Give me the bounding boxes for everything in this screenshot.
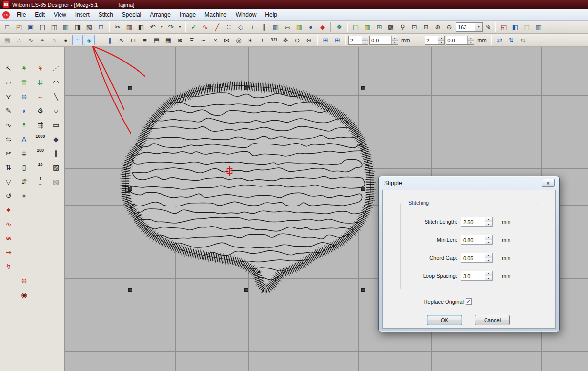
trapunto-icon[interactable]: ⊜ xyxy=(292,35,303,45)
print-icon[interactable]: ▤ xyxy=(37,21,48,32)
menu-view[interactable]: View xyxy=(49,10,71,20)
knife-tool[interactable]: ∿ xyxy=(2,118,15,131)
selection-handle[interactable] xyxy=(245,289,248,292)
zoom-out-icon[interactable]: ⊖ xyxy=(444,21,455,32)
loop-spacing-value[interactable]: 3.0 xyxy=(461,271,485,280)
grid-snap-icon[interactable]: ⊞ xyxy=(332,35,343,45)
stitch-length-input[interactable]: 2.50▲▼ xyxy=(461,217,493,227)
show-raster-icon[interactable]: ▦ xyxy=(2,35,13,45)
options-icon[interactable]: ⊡ xyxy=(96,21,106,32)
loop-spacing-input[interactable]: 3.0▲▼ xyxy=(461,271,493,281)
process-fill-icon[interactable]: ▥ xyxy=(362,21,373,32)
cross-stitch-icon[interactable]: × xyxy=(210,35,221,45)
line-stitch-icon[interactable]: ╱ xyxy=(212,21,223,32)
menu-machine[interactable]: Machine xyxy=(200,10,231,20)
monogram-tool[interactable]: ≑ xyxy=(18,146,31,160)
stipple-run-icon[interactable]: ≈ xyxy=(72,35,83,45)
redo-dropdown[interactable]: ▾ xyxy=(177,21,182,32)
reshape-tool[interactable]: ⋎ xyxy=(2,90,15,103)
outline-view-icon[interactable]: ◌ xyxy=(49,35,60,45)
center-mark-tool[interactable]: ◉ xyxy=(18,288,31,301)
grid-major-spin[interactable]: 2▲▼ xyxy=(348,36,368,45)
grid-major-spin-arrows[interactable]: ▲▼ xyxy=(362,36,368,44)
motif-run-tool[interactable]: ⇝ xyxy=(2,246,15,259)
grid-minor-spin[interactable]: 2▲▼ xyxy=(425,36,445,45)
grid-minor-spin-value[interactable]: 2 xyxy=(425,36,438,44)
flower-fill-tool[interactable]: ⚘ xyxy=(18,62,31,75)
zigzag-run-tool[interactable]: ↯ xyxy=(2,260,15,273)
design-properties-icon[interactable]: ▧ xyxy=(84,21,95,32)
window-titlebar[interactable]: ES Wilcom ES-65 Designer - [Mozg-5:1 Taj… xyxy=(0,0,588,9)
scissors-tool[interactable]: ✂ xyxy=(2,146,15,160)
undo-icon[interactable]: ↶ xyxy=(147,21,158,32)
thread-chart-icon[interactable]: ● xyxy=(305,21,316,32)
grid-show-icon[interactable]: ⊞ xyxy=(320,35,331,45)
menu-file[interactable]: File xyxy=(12,10,30,20)
replace-original-checkbox[interactable]: ✓ xyxy=(466,298,472,305)
chord-gap-input[interactable]: 0.05▲▼ xyxy=(461,253,493,263)
column-stitch-icon[interactable]: ∥ xyxy=(259,21,269,32)
zoom-box-icon[interactable]: ⚲ xyxy=(397,21,408,32)
backgrounds-icon[interactable]: ◧ xyxy=(510,21,521,32)
run-stitch-tool[interactable]: ∿ xyxy=(2,217,15,230)
stitch-length-spinner[interactable]: ▲▼ xyxy=(485,217,492,226)
zoom-1to1-icon[interactable]: ⊡ xyxy=(409,21,420,32)
buttonhole-tool[interactable]: ▯ xyxy=(18,161,31,174)
docker-2-icon[interactable]: ▥ xyxy=(533,21,544,32)
grid-x-spin[interactable]: 0.0▲▼ xyxy=(369,36,398,45)
min-len-value[interactable]: 0.80 xyxy=(461,235,485,244)
stitch-player-icon[interactable]: ❖ xyxy=(334,21,345,32)
menu-window[interactable]: Window xyxy=(231,10,261,20)
branch-tool[interactable]: ⇈ xyxy=(18,76,31,89)
min-len-input[interactable]: 0.80▲▼ xyxy=(461,235,493,245)
zoom-level-combo[interactable]: 163▾ xyxy=(456,22,483,32)
selection-handle[interactable] xyxy=(362,289,365,292)
hoop-icon[interactable]: ▩ xyxy=(385,21,396,32)
process-outline-icon[interactable]: ▤ xyxy=(350,21,361,32)
ellipse-tool[interactable]: ○ xyxy=(49,104,62,117)
satin-icon[interactable]: ∥ xyxy=(104,35,115,45)
redo-icon[interactable]: ↷ xyxy=(165,21,176,32)
grid-table-icon[interactable]: ▦ xyxy=(270,21,281,32)
fabric-tool[interactable]: ▨ xyxy=(49,161,62,174)
sculpture-icon[interactable]: ⋈ xyxy=(222,35,232,45)
color-film-icon[interactable]: ▦ xyxy=(294,21,304,32)
needle-points-icon[interactable]: ∴ xyxy=(14,35,24,45)
rotate-tool[interactable]: ↺ xyxy=(2,189,15,202)
spacing-icon[interactable]: = xyxy=(413,35,424,45)
motif-fill-icon[interactable]: ≋ xyxy=(175,35,185,45)
select-tool[interactable]: ↖ xyxy=(2,62,15,75)
texture-tool[interactable]: ▧ xyxy=(49,175,62,188)
grid-y-spin[interactable]: 0.0▲▼ xyxy=(446,36,474,45)
filled-view-icon[interactable]: ● xyxy=(61,35,71,45)
print-preview-icon[interactable]: ◫ xyxy=(49,21,60,32)
open-design-icon[interactable]: ◰ xyxy=(14,21,24,32)
zoom-in-icon[interactable]: ⊕ xyxy=(432,21,443,32)
cone-tool[interactable]: ▽ xyxy=(2,175,15,188)
grid-x-spin-value[interactable]: 0.0 xyxy=(370,36,391,44)
grid-x-spin-arrows[interactable]: ▲▼ xyxy=(391,36,398,44)
globe-tool[interactable]: ⊕ xyxy=(18,90,31,103)
overview-window-icon[interactable]: ◱ xyxy=(498,21,509,32)
arc-tool[interactable]: ◠ xyxy=(49,76,62,89)
grid-major-spin-value[interactable]: 2 xyxy=(349,36,362,44)
multi-run-tool[interactable]: ⇶ xyxy=(34,118,47,131)
menu-arrange[interactable]: Arrange xyxy=(145,10,175,20)
menu-help[interactable]: Help xyxy=(261,10,282,20)
digitize-plus-icon[interactable]: + xyxy=(247,21,258,32)
paste-icon[interactable]: ◧ xyxy=(136,21,146,32)
selection-handle[interactable] xyxy=(129,187,132,191)
insert-design-icon[interactable]: ◨ xyxy=(72,21,83,32)
spacing-100[interactable]: 100 → xyxy=(34,146,47,160)
hatch-tool[interactable]: ⋰ xyxy=(49,62,62,75)
pan-icon[interactable]: ⇆ xyxy=(518,35,528,45)
mirror-tool[interactable]: ⇋ xyxy=(2,132,15,145)
copy-icon[interactable]: ▥ xyxy=(124,21,135,32)
stipple-fill-icon[interactable]: ◈ xyxy=(84,35,95,45)
ok-button[interactable]: OK xyxy=(427,315,462,325)
settings-tool[interactable]: ⚙ xyxy=(34,104,47,117)
star-fill-icon[interactable]: ∗ xyxy=(245,35,256,45)
curve-digitize-tool[interactable]: ◗ xyxy=(18,104,31,117)
connectors-icon[interactable]: ∿ xyxy=(25,35,36,45)
zigzag-icon[interactable]: ∿ xyxy=(116,35,127,45)
